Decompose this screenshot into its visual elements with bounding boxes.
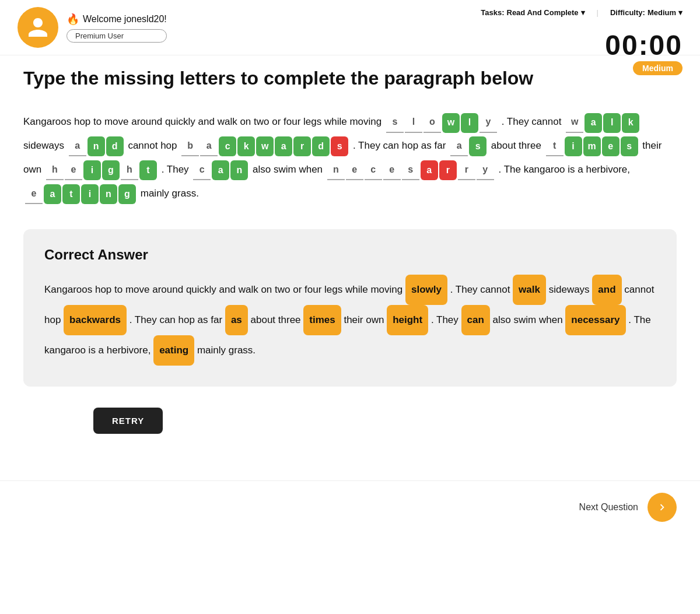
answer-can: can	[461, 305, 490, 335]
tile-w3[interactable]: w	[256, 136, 274, 156]
tile-l[interactable]: l	[405, 113, 422, 133]
tile-y[interactable]: y	[480, 113, 497, 133]
text-the-kangaroo: . The kangaroo is a herbivore,	[499, 164, 631, 175]
tile-i[interactable]: i	[565, 136, 582, 156]
answer-backwards: backwards	[64, 305, 127, 335]
answer-paragraph: Kangaroos hop to move around quickly and…	[44, 275, 656, 366]
tasks-chevron-icon: ▾	[581, 8, 585, 17]
tile-a8[interactable]: a	[44, 184, 61, 204]
tile-l2[interactable]: l	[461, 113, 478, 133]
tile-o[interactable]: o	[424, 113, 441, 133]
word-walk: w a l k	[565, 113, 640, 133]
difficulty-label: Difficulty:	[610, 8, 645, 17]
tile-d[interactable]: d	[106, 136, 124, 156]
tile-b[interactable]: b	[181, 136, 199, 156]
tile-t3[interactable]: t	[62, 184, 80, 204]
answer-height: height	[387, 305, 428, 335]
answer-text-after-as: about three	[251, 314, 301, 325]
answer-text-after-walk: sideways	[549, 284, 590, 295]
tasks-label: Tasks:	[481, 8, 504, 17]
tile-i3[interactable]: i	[81, 184, 99, 204]
tile-k[interactable]: k	[622, 113, 639, 133]
difficulty-selector[interactable]: Difficulty: Medium ▾	[610, 8, 682, 17]
answer-as: as	[225, 305, 248, 335]
tile-a[interactable]: a	[584, 113, 602, 133]
tile-t2[interactable]: t	[139, 160, 157, 180]
medium-badge-top: Medium	[633, 61, 682, 75]
tile-k2[interactable]: k	[237, 136, 255, 156]
tile-n3[interactable]: n	[327, 160, 345, 180]
tile-e[interactable]: e	[602, 136, 620, 156]
correct-answer-box: Correct Answer Kangaroos hop to move aro…	[23, 229, 677, 387]
footer: Next Question	[0, 480, 700, 534]
tile-e4[interactable]: e	[383, 160, 401, 180]
tile-i2[interactable]: i	[83, 160, 101, 180]
answer-necessary: necessary	[565, 305, 625, 335]
tile-h[interactable]: h	[46, 160, 64, 180]
tile-d2[interactable]: d	[312, 136, 330, 156]
tile-n4[interactable]: n	[100, 184, 117, 204]
next-question-button[interactable]	[648, 493, 677, 522]
text-mainly-grass: mainly grass.	[141, 188, 199, 199]
tile-c[interactable]: c	[219, 136, 236, 156]
tile-m[interactable]: m	[583, 136, 601, 156]
answer-text-after-height: . They	[431, 314, 459, 325]
tile-r3[interactable]: r	[458, 160, 475, 180]
header-divider: |	[597, 8, 598, 17]
answer-text-after-slowly: . They cannot	[450, 284, 510, 295]
text-they-cannot: . They cannot	[502, 116, 564, 127]
tile-t[interactable]: t	[546, 136, 564, 156]
page-title: Type the missing letters to complete the…	[23, 67, 677, 89]
answer-eating: eating	[153, 335, 194, 366]
text-cannot-hop: cannot hop	[128, 140, 180, 151]
difficulty-value: Medium	[648, 8, 676, 17]
tile-r2[interactable]: r	[439, 160, 457, 180]
tile-a7[interactable]: a	[421, 160, 438, 180]
tile-y2[interactable]: y	[477, 160, 494, 180]
tile-s[interactable]: s	[386, 113, 404, 133]
tile-n2[interactable]: n	[230, 160, 248, 180]
tile-a5[interactable]: a	[450, 136, 468, 156]
text-intro: Kangaroos hop to move around quickly and…	[23, 116, 384, 127]
word-and: a n d	[68, 136, 124, 156]
tile-e2[interactable]: e	[65, 160, 82, 180]
word-can: c a n	[192, 160, 249, 180]
tile-a2[interactable]: a	[69, 136, 86, 156]
tile-n[interactable]: n	[88, 136, 105, 156]
tile-w[interactable]: w	[442, 113, 460, 133]
tile-s2[interactable]: s	[331, 136, 348, 156]
welcome-label: Welcome jonesld20!	[83, 14, 167, 24]
tile-a3[interactable]: a	[200, 136, 218, 156]
text-about-three: about three	[491, 140, 544, 151]
answer-times: times	[303, 305, 341, 335]
answer-text-after-times: their own	[344, 314, 384, 325]
tile-l3[interactable]: l	[603, 113, 621, 133]
tile-a4[interactable]: a	[275, 136, 292, 156]
answer-text-before-slowly: Kangaroos hop to move around quickly and…	[44, 284, 402, 295]
correct-answer-title: Correct Answer	[44, 247, 656, 263]
tile-c3[interactable]: c	[365, 160, 382, 180]
avatar	[18, 7, 58, 48]
fire-icon: 🔥	[66, 13, 79, 26]
premium-badge: Premium User	[66, 29, 167, 43]
tile-c2[interactable]: c	[193, 160, 211, 180]
word-necessary: n e c e s a r r y	[327, 160, 495, 180]
main-content: Type the missing letters to complete the…	[0, 55, 700, 457]
text-they-can-hop: . They can hop as far	[353, 140, 449, 151]
answer-slowly: slowly	[405, 275, 447, 305]
tile-g[interactable]: g	[102, 160, 120, 180]
tile-s3[interactable]: s	[469, 136, 487, 156]
task-selector[interactable]: Tasks: Read And Complete ▾	[481, 8, 584, 17]
tile-w2[interactable]: w	[566, 113, 583, 133]
tile-g2[interactable]: g	[118, 184, 136, 204]
tile-e5[interactable]: e	[25, 184, 43, 204]
tile-s5[interactable]: s	[402, 160, 419, 180]
text-they-can-also: . They	[162, 164, 192, 175]
header-top-right: Tasks: Read And Complete ▾ | Difficulty:…	[481, 8, 682, 17]
tile-e3[interactable]: e	[346, 160, 363, 180]
tile-r[interactable]: r	[293, 136, 311, 156]
tile-s4[interactable]: s	[621, 136, 638, 156]
tile-h2[interactable]: h	[121, 160, 138, 180]
tile-a6[interactable]: a	[212, 160, 229, 180]
retry-button[interactable]: RETRY	[93, 408, 163, 434]
